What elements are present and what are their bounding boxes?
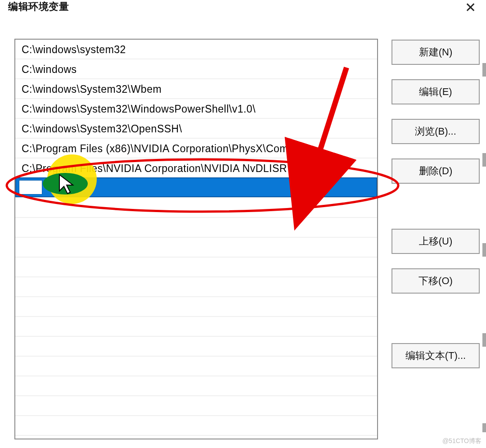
browse-button[interactable]: 浏览(B)... [392,119,480,144]
text-caret-box [19,180,42,195]
path-list-items: C:\windows\system32 C:\windows C:\window… [15,40,377,197]
edge-artifact [482,27,486,432]
edit-button[interactable]: 编辑(E) [392,79,480,104]
new-entry-input[interactable] [15,177,377,197]
window-title: 编辑环境变量 [8,0,69,14]
move-up-button[interactable]: 上移(U) [392,229,480,254]
title-bar: 编辑环境变量 ✕ [0,0,486,18]
button-column: 新建(N) 编辑(E) 浏览(B)... 删除(D) 上移(U) 下移(O) 编… [392,40,480,383]
dialog-content: C:\windows\system32 C:\windows C:\window… [14,39,486,448]
close-button[interactable]: ✕ [461,0,480,15]
path-listbox[interactable]: C:\windows\system32 C:\windows C:\window… [14,39,378,439]
new-button[interactable]: 新建(N) [392,40,480,65]
list-item[interactable]: C:\windows\System32\Wbem [15,79,377,99]
list-item[interactable]: C:\windows\System32\OpenSSH\ [15,119,377,139]
list-item[interactable]: C:\windows\system32 [15,40,377,59]
list-item[interactable]: C:\windows [15,59,377,79]
move-down-button[interactable]: 下移(O) [392,268,480,294]
edit-text-button[interactable]: 编辑文本(T)... [392,343,480,368]
list-item[interactable]: C:\Program Files\NVIDIA Corporation\NVID… [15,158,377,178]
list-item[interactable]: C:\windows\System32\WindowsPowerShell\v1… [15,99,377,119]
list-item[interactable]: C:\Program Files (x86)\NVIDIA Corporatio… [15,139,377,158]
watermark: @51CTO博客 [442,437,482,445]
delete-button[interactable]: 删除(D) [392,158,480,184]
